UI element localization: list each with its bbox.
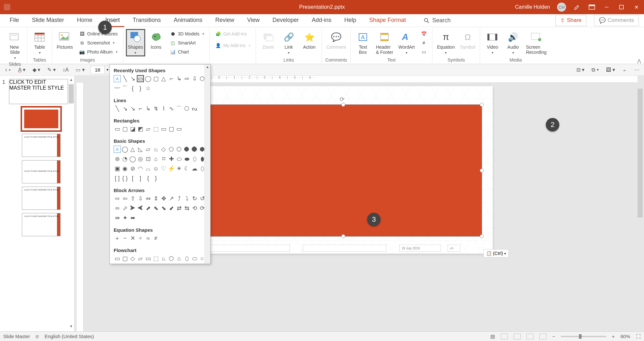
- smartart-button[interactable]: ◫SmartArt: [168, 39, 206, 47]
- shape-fill-menu[interactable]: ◆ ▾: [31, 66, 42, 73]
- share-button[interactable]: ⇧ Share: [555, 15, 586, 26]
- line-8[interactable]: ∿: [168, 105, 175, 112]
- tab-review[interactable]: Review: [211, 14, 239, 27]
- date-placeholder[interactable]: 19 July 2019: [399, 245, 441, 252]
- line-3[interactable]: ↘: [129, 105, 136, 112]
- selection-handle-mr[interactable]: [480, 169, 484, 172]
- basic-r3-11[interactable]: ☁: [191, 165, 198, 172]
- basic-r4-5[interactable]: {: [145, 175, 152, 182]
- rect-7[interactable]: ▭: [160, 125, 167, 132]
- ba-6[interactable]: ⇕: [152, 195, 159, 202]
- maximize-button[interactable]: [618, 5, 625, 9]
- comments-button[interactable]: 💬 Comments: [594, 15, 639, 26]
- paste-options-badge[interactable]: 📋(Ctrl)▾: [483, 249, 509, 258]
- search-box[interactable]: Search: [424, 17, 450, 24]
- ba-8[interactable]: ↗: [168, 195, 175, 202]
- zoom-percent[interactable]: 60%: [620, 334, 630, 339]
- zoom-slider[interactable]: [561, 336, 606, 337]
- shape-scribble[interactable]: 〰: [114, 85, 121, 92]
- ba-r2-4[interactable]: ⮜: [137, 205, 144, 212]
- slide-canvas[interactable]: ⟳ 19 July 2019 ‹#› 📋(Ctrl)▾: [200, 86, 493, 254]
- basic-hex[interactable]: ⬡: [175, 146, 183, 153]
- rect-8[interactable]: ▢: [168, 125, 175, 132]
- arrange-menu[interactable]: ▭ ▾: [74, 66, 86, 73]
- shape-rectangle[interactable]: ▭: [137, 75, 144, 82]
- shape-outline-menu[interactable]: ✎ ▾: [46, 66, 57, 73]
- zoom-button[interactable]: Zoom: [259, 30, 277, 51]
- basic-r4-6[interactable]: }: [152, 175, 159, 182]
- rect-6[interactable]: ⬚: [152, 125, 159, 132]
- basic-r3-6[interactable]: ☺: [152, 165, 159, 172]
- thumbnail-scrollbar[interactable]: ▲ ▼: [68, 78, 74, 329]
- wordart-button[interactable]: AWordArt▾: [397, 30, 416, 56]
- shape-star[interactable]: ☆: [145, 85, 152, 92]
- accessibility-icon[interactable]: ⎚: [36, 334, 39, 339]
- tab-view[interactable]: View: [243, 14, 264, 27]
- slide-number-button[interactable]: #: [419, 39, 429, 47]
- shape-right-arrow[interactable]: ⇨: [183, 75, 190, 82]
- basic-r3-10[interactable]: ☾: [183, 165, 190, 172]
- font-size-field[interactable]: [91, 66, 104, 74]
- ba-2[interactable]: ⇦: [121, 195, 128, 202]
- object-button[interactable]: ▭: [419, 48, 429, 56]
- rect-2[interactable]: ▢: [121, 125, 128, 132]
- align-objects-menu[interactable]: ⊟ ▾: [575, 66, 586, 73]
- screenshot-button[interactable]: ⧉Screenshot▾: [77, 39, 120, 47]
- basic-r2-11[interactable]: ⬯: [191, 155, 198, 162]
- rect-9[interactable]: ▭: [175, 125, 183, 132]
- comment-button[interactable]: 💬Comment: [325, 30, 347, 51]
- date-time-button[interactable]: 📅: [419, 30, 429, 38]
- basic-r4-2[interactable]: { }: [121, 175, 128, 182]
- line-6[interactable]: ↯: [152, 105, 159, 112]
- shapes-button[interactable]: Shapes▾: [127, 30, 145, 56]
- ba-r2-1[interactable]: ⬄: [114, 205, 121, 212]
- ba-9[interactable]: ⤴: [175, 195, 183, 202]
- shape-textbox[interactable]: A: [114, 75, 121, 82]
- ba-5[interactable]: ⇔: [145, 195, 152, 202]
- basic-r3-8[interactable]: ⚡: [168, 165, 175, 172]
- tab-animations[interactable]: Animations: [169, 14, 207, 27]
- fit-to-window-button[interactable]: ⛶: [636, 334, 641, 339]
- text-direction-menu[interactable]: ↕A: [62, 66, 70, 73]
- ba-r2-3[interactable]: ⮞: [129, 205, 136, 212]
- link-button[interactable]: 🔗Link▾: [280, 30, 298, 56]
- basic-diamond[interactable]: ◇: [160, 146, 167, 153]
- screen-recording-button[interactable]: Screen Recording: [525, 30, 548, 56]
- minimize-button[interactable]: ─: [603, 4, 611, 10]
- ba-r2-2[interactable]: ⬀: [121, 205, 128, 212]
- basic-r3-4[interactable]: ◠: [137, 165, 144, 172]
- view-reading-button[interactable]: [526, 334, 534, 339]
- tab-home[interactable]: Home: [72, 14, 97, 27]
- status-language[interactable]: English (United States): [44, 334, 94, 339]
- group-menu[interactable]: ⧉ ▾: [590, 66, 600, 73]
- picture-menu[interactable]: 🖼 ▾: [605, 66, 616, 73]
- tab-transitions[interactable]: Transitions: [128, 14, 165, 27]
- basic-r4-1[interactable]: [ ]: [114, 175, 121, 182]
- layout-thumbnail-4[interactable]: CLICK TO EDIT MASTER TITLE STYLE: [22, 187, 61, 210]
- line-4[interactable]: ⌐: [137, 105, 144, 112]
- slide-number-placeholder[interactable]: ‹#›: [448, 245, 460, 252]
- basic-pent[interactable]: ⬠: [168, 146, 175, 153]
- ba-r3-1[interactable]: ⇛: [114, 214, 121, 221]
- shape-curve[interactable]: ⌒: [121, 85, 128, 92]
- table-button[interactable]: Table▾: [31, 30, 49, 56]
- fc-8[interactable]: ⬡: [168, 255, 175, 262]
- close-button[interactable]: ✕: [632, 4, 640, 10]
- fc-3[interactable]: ◇: [129, 255, 136, 262]
- basic-hept[interactable]: ⯃: [183, 146, 190, 153]
- audio-button[interactable]: 🔊Audio▾: [504, 30, 522, 56]
- basic-r2-5[interactable]: ⊡: [145, 155, 152, 162]
- header-footer-button[interactable]: Header & Footer: [374, 30, 394, 56]
- collapse-ribbon-button[interactable]: ⋀: [637, 58, 641, 63]
- distribute-menu[interactable]: ⫠: [621, 66, 629, 73]
- shape-connector-elbow[interactable]: ⌐: [168, 75, 175, 82]
- notes-button[interactable]: ▤: [490, 334, 495, 339]
- basic-oval[interactable]: ◯: [121, 146, 128, 153]
- basic-r2-6[interactable]: ⌂: [152, 155, 159, 162]
- footer-placeholder-left[interactable]: [206, 245, 290, 252]
- shape-right-brace[interactable]: }: [137, 85, 144, 92]
- basic-para[interactable]: ▱: [145, 146, 152, 153]
- ribbon-display-icon[interactable]: [588, 5, 596, 10]
- shape-line[interactable]: ╲: [121, 75, 128, 82]
- ba-r3-2[interactable]: ✦: [121, 214, 128, 221]
